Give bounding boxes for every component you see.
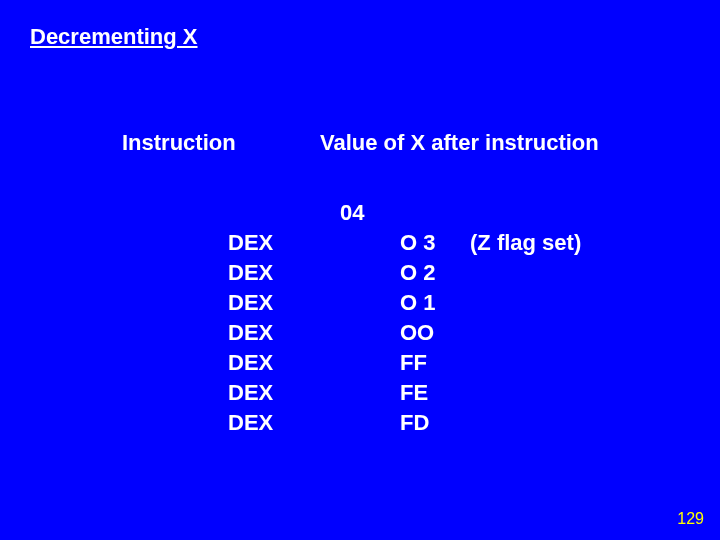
table-row: FD	[400, 408, 435, 438]
table-row: FF	[400, 348, 435, 378]
table-row: (Z flag set)	[470, 228, 581, 258]
page-number: 129	[677, 510, 704, 528]
initial-value: 04	[340, 200, 364, 226]
table-row: O 2	[400, 258, 435, 288]
table-row: DEX	[228, 288, 273, 318]
slide-title: Decrementing X	[30, 24, 198, 50]
column-header-instruction: Instruction	[122, 130, 236, 156]
note-column: (Z flag set)	[470, 228, 581, 258]
instruction-column: DEX DEX DEX DEX DEX DEX DEX	[228, 228, 273, 438]
table-row: DEX	[228, 408, 273, 438]
table-row: DEX	[228, 228, 273, 258]
table-row: OO	[400, 318, 435, 348]
table-row: O 3	[400, 228, 435, 258]
table-row: O 1	[400, 288, 435, 318]
table-row: FE	[400, 378, 435, 408]
table-row: DEX	[228, 378, 273, 408]
value-column: O 3 O 2 O 1 OO FF FE FD	[400, 228, 435, 438]
column-header-value: Value of X after instruction	[320, 130, 599, 156]
table-row: DEX	[228, 348, 273, 378]
table-row: DEX	[228, 258, 273, 288]
table-row: DEX	[228, 318, 273, 348]
